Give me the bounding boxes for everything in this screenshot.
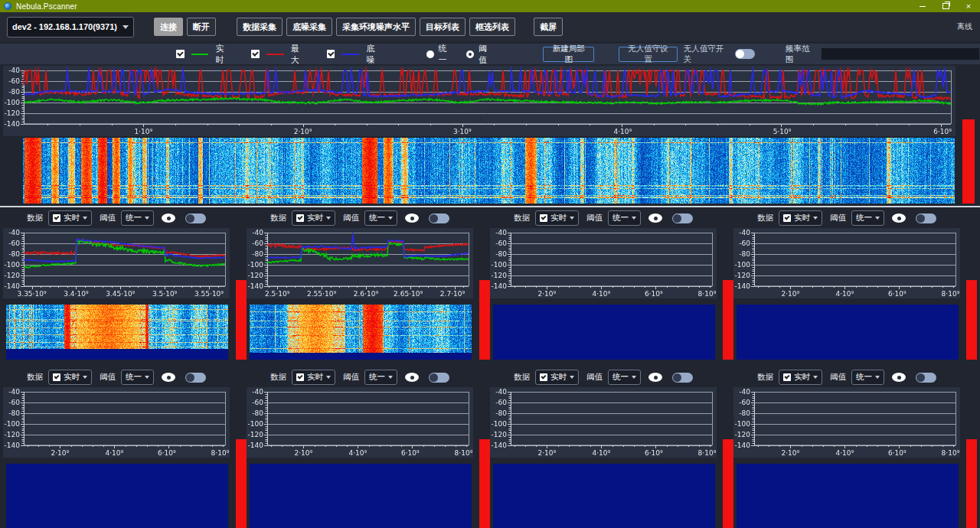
eye-icon[interactable] [405, 373, 419, 382]
panel-threshold-select[interactable]: 统一 [364, 210, 397, 226]
panel-threshold-select[interactable]: 统一 [608, 370, 641, 385]
chevron-down-icon [388, 217, 393, 220]
toolbar: dev2 - 192.168.1.170(9371) 连接 断开 数据采集 底噪… [0, 12, 980, 41]
radio-unified[interactable]: 统一 [426, 43, 454, 66]
panel-threshold-select[interactable]: 统一 [851, 370, 884, 385]
panel-data-select[interactable]: 实时 [292, 370, 335, 385]
toggle-knob [673, 373, 681, 382]
radio-threshold[interactable]: 阈值 [466, 43, 494, 66]
freq-range-input[interactable] [821, 47, 980, 60]
realtime-checkbox[interactable] [176, 50, 185, 58]
max-checkbox[interactable] [251, 50, 260, 58]
screenshot-button[interactable]: 截屏 [534, 18, 563, 36]
main-waterfall [23, 138, 955, 204]
panel-data-label: 数据 [27, 213, 43, 223]
minimize-icon [920, 6, 926, 7]
panel-threshold-label: 阈值 [100, 213, 116, 223]
panel-waterfall [493, 305, 715, 360]
ambient-noise-button[interactable]: 采集环境噪声水平 [336, 18, 416, 36]
panel-data-select[interactable]: 实时 [779, 370, 822, 385]
checkbox-checked-icon [783, 373, 791, 381]
panel-threshold-select[interactable]: 统一 [608, 210, 641, 226]
box-select-list-button[interactable]: 框选列表 [469, 18, 515, 36]
panel-spectrum-chart[interactable] [733, 387, 960, 458]
panel-spectrum-chart[interactable] [3, 228, 230, 298]
eye-icon[interactable] [892, 213, 906, 223]
panel-threshold-label: 阈值 [343, 372, 359, 383]
panel-data-label: 数据 [270, 372, 286, 383]
panel-toggle[interactable] [429, 213, 449, 223]
noisefloor-checkbox[interactable] [327, 50, 335, 58]
panel-toggle[interactable] [916, 373, 936, 383]
panel-threshold-select[interactable]: 统一 [121, 210, 154, 226]
panel-toggle[interactable] [185, 373, 206, 383]
legend-max: 最大 [251, 43, 306, 66]
unattended-settings-button[interactable]: 无人值守设置 [619, 47, 678, 62]
new-region-chart-button[interactable]: 新建局部图 [543, 47, 594, 62]
panel-waterfall [250, 305, 472, 360]
close-button[interactable]: × [957, 0, 980, 12]
panel-data-select[interactable]: 实时 [292, 210, 335, 226]
panel-spectrum-chart[interactable] [490, 228, 717, 298]
disconnect-button[interactable]: 断开 [187, 18, 216, 36]
eye-icon[interactable] [892, 373, 906, 382]
close-icon: × [966, 2, 971, 10]
main-spectrum-chart[interactable] [3, 66, 956, 136]
eye-icon[interactable] [648, 213, 662, 223]
checkbox-checked-icon [540, 373, 547, 381]
connection-status: 离线 [957, 21, 972, 32]
panel-spectrum-chart[interactable] [247, 228, 473, 298]
panel-data-select[interactable]: 实时 [48, 210, 92, 226]
panel-data-select[interactable]: 实时 [535, 370, 579, 385]
panel-toggle[interactable] [672, 213, 693, 223]
realtime-line-swatch [191, 54, 209, 55]
eye-icon[interactable] [162, 213, 175, 223]
legend-noisefloor: 底噪 [327, 43, 382, 66]
chevron-down-icon [83, 376, 87, 379]
panel-level-bar [723, 280, 733, 360]
eye-icon[interactable] [162, 373, 175, 382]
panel-data-value: 实时 [307, 372, 323, 383]
panel-data-select[interactable]: 实时 [535, 210, 579, 226]
panel-spectrum-chart[interactable] [3, 387, 230, 458]
panel-toggle[interactable] [429, 373, 449, 383]
panel-data-select[interactable]: 实时 [48, 370, 92, 385]
panel-controls: 数据 实时 阈值 统一 [490, 210, 717, 227]
eye-icon[interactable] [405, 213, 419, 223]
panel-controls: 数据 实时 阈值 统一 [3, 369, 230, 386]
panel-spectrum-chart[interactable] [247, 387, 473, 458]
target-list-button[interactable]: 目标列表 [420, 18, 466, 36]
panel-threshold-select[interactable]: 统一 [121, 370, 154, 385]
max-line-swatch [266, 54, 284, 55]
checkbox-checked-icon [296, 214, 304, 222]
panel-threshold-select[interactable]: 统一 [851, 210, 884, 226]
spectrum-panel: 数据 实时 阈值 统一 [490, 210, 733, 360]
panel-waterfall [6, 464, 228, 528]
spectrum-panel: 数据 实时 阈值 统一 [247, 369, 490, 528]
panel-spectrum-chart[interactable] [490, 387, 717, 458]
toggle-knob [186, 214, 194, 223]
panel-toggle[interactable] [672, 373, 693, 383]
noise-floor-capture-button[interactable]: 底噪采集 [286, 18, 332, 36]
chevron-down-icon [813, 376, 818, 379]
maximize-button[interactable] [934, 0, 957, 12]
panel-level-bar [479, 280, 490, 360]
panel-data-select[interactable]: 实时 [779, 210, 822, 226]
toggle-knob [430, 214, 438, 223]
device-dropdown[interactable]: dev2 - 192.168.1.170(9371) [7, 17, 134, 37]
panel-threshold-select[interactable]: 统一 [364, 370, 397, 385]
panel-spectrum-chart[interactable] [733, 228, 960, 298]
connect-button[interactable]: 连接 [154, 18, 183, 36]
panel-threshold-value: 统一 [126, 372, 142, 383]
data-capture-button[interactable]: 数据采集 [237, 18, 283, 36]
panel-threshold-value: 统一 [612, 372, 629, 383]
panel-toggle[interactable] [185, 213, 206, 223]
panel-threshold-label: 阈值 [830, 372, 846, 383]
minimize-button[interactable] [911, 0, 934, 12]
unattended-toggle[interactable] [735, 49, 755, 59]
spectrum-panel: 数据 实时 阈值 统一 [733, 210, 977, 360]
max-label: 最大 [291, 43, 307, 66]
toggle-knob [916, 214, 925, 223]
eye-icon[interactable] [648, 373, 662, 382]
panel-toggle[interactable] [916, 213, 936, 223]
